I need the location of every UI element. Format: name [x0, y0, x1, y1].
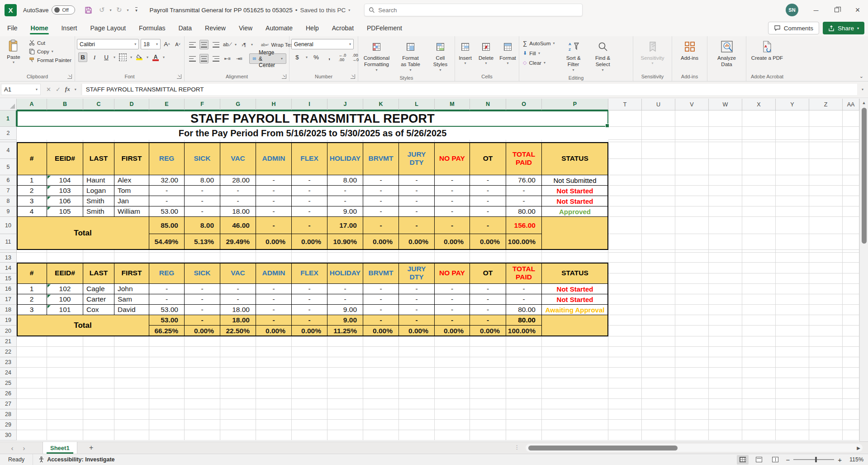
empty-cell[interactable]	[742, 378, 776, 388]
empty-cell[interactable]	[776, 263, 809, 273]
empty-cell[interactable]	[114, 409, 149, 420]
scroll-up-icon[interactable]: ▲	[860, 99, 868, 107]
empty-cell[interactable]	[608, 142, 642, 159]
empty-cell[interactable]	[709, 347, 742, 357]
column-header-T[interactable]: T	[608, 99, 642, 110]
alignment-dialog-launcher-icon[interactable]	[282, 74, 286, 79]
empty-cell[interactable]	[608, 388, 642, 399]
empty-cell[interactable]	[809, 294, 843, 305]
empty-cell[interactable]	[809, 378, 843, 388]
empty-cell[interactable]	[742, 294, 776, 305]
cell-reg[interactable]: -	[149, 284, 185, 294]
cell-admin[interactable]: -	[256, 294, 292, 305]
empty-cell[interactable]	[608, 263, 642, 273]
empty-cell[interactable]	[256, 388, 292, 399]
insert-dropdown-icon[interactable]: ▾	[464, 61, 466, 66]
share-dropdown-icon[interactable]: ▾	[857, 26, 859, 30]
next-sheet-icon[interactable]: ›	[18, 444, 30, 452]
empty-cell[interactable]	[363, 368, 399, 378]
accessibility-status[interactable]: Accessibility: Investigate	[33, 456, 120, 463]
column-header-cell-admin[interactable]: ADMIN	[256, 263, 292, 284]
cell-first[interactable]: John	[114, 284, 149, 294]
empty-cell[interactable]	[776, 217, 809, 234]
empty-cell[interactable]	[742, 175, 776, 186]
empty-cell[interactable]	[149, 388, 185, 399]
column-header-cell-flex[interactable]: FLEX	[292, 263, 327, 284]
empty-cell[interactable]	[220, 253, 256, 263]
empty-cell[interactable]	[675, 217, 709, 234]
bold-button[interactable]: B	[78, 53, 87, 62]
column-header-cell-ot[interactable]: OT	[470, 263, 506, 284]
empty-cell[interactable]	[742, 347, 776, 357]
italic-button[interactable]: I	[90, 53, 99, 62]
empty-cell[interactable]	[709, 217, 742, 234]
empty-cell[interactable]	[506, 420, 542, 430]
cell-jury-dty[interactable]: -	[399, 175, 435, 186]
empty-cell[interactable]	[542, 368, 608, 378]
empty-cell[interactable]	[709, 357, 742, 368]
empty-cell[interactable]	[83, 399, 114, 409]
empty-cell[interactable]	[776, 273, 809, 284]
number-dialog-launcher-icon[interactable]	[351, 74, 355, 79]
row-header-13[interactable]: 13	[0, 253, 17, 263]
empty-cell[interactable]	[363, 430, 399, 441]
empty-cell[interactable]	[542, 388, 608, 399]
empty-cell[interactable]	[17, 368, 47, 378]
empty-cell[interactable]	[675, 273, 709, 284]
increase-indent-button[interactable]: ⇥≡	[235, 54, 244, 63]
empty-cell[interactable]	[642, 284, 675, 294]
empty-cell[interactable]	[435, 253, 470, 263]
redo-dropdown-icon[interactable]: ▾	[127, 8, 128, 12]
align-left-button[interactable]	[188, 54, 197, 63]
empty-cell[interactable]	[843, 273, 859, 284]
empty-cell[interactable]	[327, 336, 363, 347]
cell-first[interactable]: David	[114, 305, 149, 315]
empty-cell[interactable]	[17, 399, 47, 409]
cell-holiday[interactable]: 9.00	[327, 206, 363, 217]
empty-cell[interactable]	[256, 399, 292, 409]
empty-cell[interactable]	[327, 388, 363, 399]
cell-first[interactable]: Tom	[114, 186, 149, 196]
empty-cell[interactable]	[642, 305, 675, 315]
empty-cell[interactable]	[220, 368, 256, 378]
reading-order-dropdown-icon[interactable]: ▾	[251, 43, 253, 47]
fill-color-dropdown-icon[interactable]: ▾	[147, 55, 148, 59]
comments-button[interactable]: Comments	[768, 22, 819, 34]
row-header-10[interactable]: 10	[0, 217, 17, 234]
empty-cell[interactable]	[843, 196, 859, 206]
empty-cell[interactable]	[185, 336, 220, 347]
empty-cell[interactable]	[843, 284, 859, 294]
empty-cell[interactable]	[149, 347, 185, 357]
empty-cell[interactable]	[256, 253, 292, 263]
empty-cell[interactable]	[809, 315, 843, 326]
cell-eeid[interactable]: 105	[47, 206, 83, 217]
cell-sick[interactable]: -	[185, 305, 220, 315]
name-box-dropdown-icon[interactable]: ▾	[36, 87, 38, 91]
row-header-5[interactable]: 5	[0, 159, 17, 175]
empty-cell[interactable]	[185, 347, 220, 357]
cell-flex[interactable]: -	[292, 284, 327, 294]
empty-cell[interactable]	[292, 253, 327, 263]
empty-cell[interactable]	[435, 430, 470, 441]
row-header-28[interactable]: 28	[0, 409, 17, 420]
empty-cell[interactable]	[292, 430, 327, 441]
row-header-24[interactable]: 24	[0, 368, 17, 378]
empty-cell[interactable]	[843, 420, 859, 430]
empty-cell[interactable]	[399, 253, 435, 263]
empty-cell[interactable]	[83, 388, 114, 399]
column-header-cell-num[interactable]: #	[17, 263, 47, 284]
empty-cell[interactable]	[675, 263, 709, 273]
cell-ot[interactable]: -	[470, 186, 506, 196]
row-header-25[interactable]: 25	[0, 378, 17, 388]
empty-cell[interactable]	[709, 399, 742, 409]
empty-cell[interactable]	[776, 305, 809, 315]
empty-cell[interactable]	[220, 420, 256, 430]
empty-cell[interactable]	[742, 284, 776, 294]
empty-cell[interactable]	[608, 368, 642, 378]
redo-button[interactable]: ↻	[113, 4, 125, 16]
empty-cell[interactable]	[843, 315, 859, 326]
save-button[interactable]	[82, 4, 94, 16]
cell-jury-dty[interactable]: -	[399, 305, 435, 315]
empty-cell[interactable]	[709, 430, 742, 441]
row-header-1[interactable]: 1	[0, 110, 17, 127]
